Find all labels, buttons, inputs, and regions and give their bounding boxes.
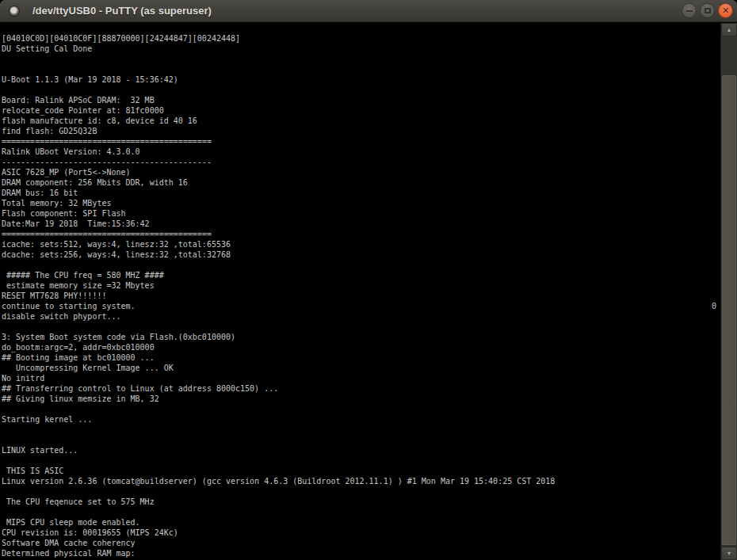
window-title: /dev/ttyUSB0 - PuTTY (as superuser) <box>32 5 212 17</box>
terminal-line <box>2 322 720 332</box>
terminal-line: estimate memory size =32 Mbytes <box>2 280 720 291</box>
terminal-line: do_bootm:argc=2, addr=0xbc010000 <box>2 342 720 352</box>
terminal-line <box>2 85 720 95</box>
terminal-line <box>2 507 720 517</box>
terminal-line <box>2 23 720 33</box>
terminal-line: Determined physical RAM map: <box>2 548 720 558</box>
terminal-line: Total memory: 32 MBytes <box>2 198 720 208</box>
window-controls: ✕ <box>682 3 733 18</box>
terminal-line: CPU revision is: 00019655 (MIPS 24Kc) <box>2 528 720 538</box>
arrow-down-icon: ▼ <box>727 550 732 556</box>
arrow-up-icon: ▲ <box>727 27 732 32</box>
terminal-line: RESET MT7628 PHY!!!!!! <box>2 291 720 301</box>
terminal-line: ## Giving linux memsize in MB, 32 <box>2 394 720 404</box>
terminal-line: THIS IS ASIC <box>2 466 720 476</box>
maximize-icon <box>705 8 711 13</box>
maximize-button[interactable] <box>700 3 715 18</box>
terminal-line <box>2 404 720 414</box>
close-icon: ✕ <box>722 6 729 15</box>
scroll-up-button[interactable]: ▲ <box>721 23 737 36</box>
terminal-line: DU Setting Cal Done <box>2 44 720 54</box>
putty-app-icon <box>9 6 20 17</box>
terminal-line <box>2 486 720 497</box>
terminal-line <box>2 455 720 466</box>
terminal-line: ========================================… <box>2 229 720 239</box>
terminal-line: dcache: sets:256, ways:4, linesz:32 ,tot… <box>2 250 720 260</box>
terminal-line: relocate_code Pointer at: 81fc0000 <box>2 105 720 116</box>
terminal-line <box>2 54 720 64</box>
terminal-line: DRAM bus: 16 bit <box>2 188 720 198</box>
terminal-line: No initrd <box>2 373 720 383</box>
terminal-line: ----------------------------------------… <box>2 157 720 167</box>
terminal-line-right-fragment: 0 <box>712 301 716 311</box>
terminal-line: disable switch phyport... <box>2 311 720 322</box>
terminal-line: DRAM component: 256 Mbits DDR, width 16 <box>2 177 720 188</box>
terminal-line: ## Transferring control to Linux (at add… <box>2 383 720 394</box>
terminal-line: continue to starting system.0 <box>2 301 720 311</box>
window-titlebar[interactable]: /dev/ttyUSB0 - PuTTY (as superuser) ✕ <box>0 0 737 22</box>
terminal-line: ========================================… <box>2 136 720 147</box>
terminal-line: Software DMA cache coherency <box>2 538 720 548</box>
minimize-icon <box>686 10 693 12</box>
terminal-line: icache: sets:512, ways:4, linesz:32 ,tot… <box>2 239 720 250</box>
terminal-line: Linux version 2.6.36 (tomcat@buildserver… <box>2 476 720 486</box>
close-button[interactable]: ✕ <box>718 3 733 18</box>
terminal-line: Date:Mar 19 2018 Time:15:36:42 <box>2 219 720 229</box>
minimize-button[interactable] <box>682 3 697 18</box>
terminal-scrollbar[interactable]: ▲ ▼ <box>720 23 737 560</box>
terminal-line <box>2 260 720 270</box>
terminal-line: [04010C0D][04010C0F][88870000][24244847]… <box>2 33 720 44</box>
terminal-line <box>2 64 720 74</box>
terminal-line: flash manufacture id: c8, device id 40 1… <box>2 116 720 126</box>
terminal-line: MIPS CPU sleep mode enabled. <box>2 517 720 528</box>
scrollbar-track[interactable] <box>721 36 737 547</box>
terminal-line: U-Boot 1.1.3 (Mar 19 2018 - 15:36:42) <box>2 74 720 85</box>
terminal-line: 3: System Boot system code via Flash.(0x… <box>2 332 720 342</box>
terminal-screen[interactable]: [04010C0D][04010C0F][88870000][24244847]… <box>0 23 720 560</box>
scroll-down-button[interactable]: ▼ <box>721 547 737 560</box>
terminal-line: Starting kernel ... <box>2 414 720 425</box>
terminal-line <box>2 435 720 445</box>
terminal-line <box>2 425 720 435</box>
terminal-line: ASIC 7628_MP (Port5<->None) <box>2 167 720 177</box>
terminal-line: Uncompressing Kernel Image ... OK <box>2 363 720 373</box>
scrollbar-thumb[interactable] <box>722 75 736 545</box>
terminal-line: find flash: GD25Q32B <box>2 126 720 136</box>
terminal-line: Ralink UBoot Version: 4.3.0.0 <box>2 147 720 157</box>
terminal-line: LINUX started... <box>2 445 720 455</box>
terminal-line: Flash component: SPI Flash <box>2 208 720 219</box>
terminal-line: ##### The CPU freq = 580 MHZ #### <box>2 270 720 280</box>
terminal-line: Board: Ralink APSoC DRAM: 32 MB <box>2 95 720 105</box>
terminal-line: ## Booting image at bc010000 ... <box>2 352 720 363</box>
terminal-line: The CPU feqenuce set to 575 MHz <box>2 497 720 507</box>
